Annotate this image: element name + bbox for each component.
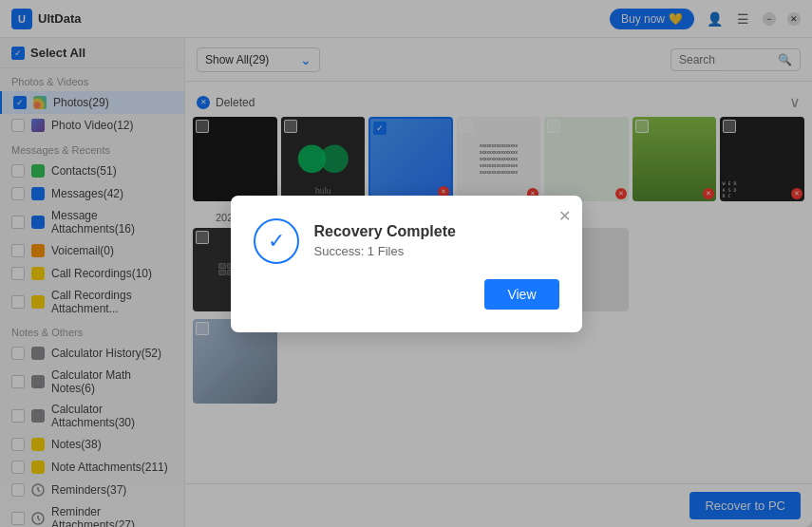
modal-content: ✓ Recovery Complete Success: 1 Files: [254, 218, 559, 264]
modal-subtitle: Success: 1 Files: [314, 244, 559, 258]
success-icon: ✓: [254, 218, 299, 264]
modal-close-button[interactable]: ✕: [558, 207, 571, 225]
modal-text: Recovery Complete Success: 1 Files: [314, 223, 559, 258]
modal-view-button[interactable]: View: [484, 279, 558, 310]
modal-overlay: ✕ ✓ Recovery Complete Success: 1 Files V…: [0, 0, 812, 527]
modal-title: Recovery Complete: [314, 223, 559, 240]
recovery-modal: ✕ ✓ Recovery Complete Success: 1 Files V…: [231, 196, 582, 332]
